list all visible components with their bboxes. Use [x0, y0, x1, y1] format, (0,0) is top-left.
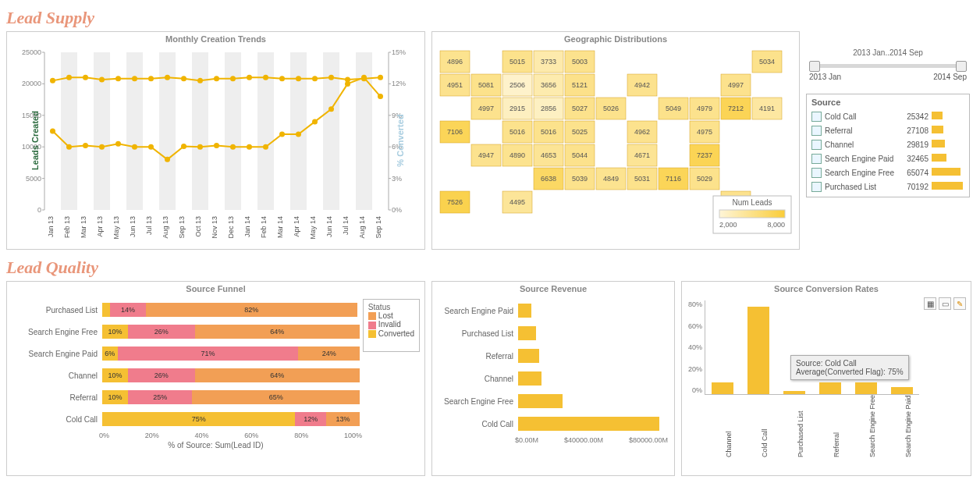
svg-point-68: [230, 144, 236, 150]
window-icon[interactable]: ▭: [939, 297, 951, 310]
svg-point-97: [361, 76, 367, 81]
revenue-label: Purchased List: [435, 329, 518, 338]
revenue-row[interactable]: Channel: [435, 368, 668, 389]
conversion-tooltip: Source: Cold Call Average(Converted Flag…: [790, 355, 909, 380]
conversion-chart[interactable]: [705, 300, 919, 395]
svg-point-67: [214, 143, 219, 148]
edit-icon[interactable]: ✎: [953, 297, 966, 310]
section-title-supply: Lead Supply: [6, 8, 974, 28]
source-checkbox[interactable]: [811, 112, 822, 122]
svg-text:7212: 7212: [728, 105, 744, 112]
svg-point-85: [165, 75, 170, 80]
date-range-slider[interactable]: [809, 60, 967, 71]
svg-point-78: [50, 78, 55, 84]
svg-point-83: [132, 76, 137, 81]
svg-point-73: [312, 119, 318, 124]
svg-point-69: [247, 144, 252, 150]
funnel-title: Source Funnel: [7, 282, 424, 296]
conversion-xlabel: Search Engine Free: [854, 398, 876, 460]
svg-text:Sep 13: Sep 13: [178, 216, 186, 239]
conversion-bar[interactable]: [747, 307, 769, 395]
conversion-bar[interactable]: [855, 382, 877, 394]
geo-title: Geographic Distributions: [432, 32, 799, 46]
revenue-row[interactable]: Search Engine Paid: [435, 300, 668, 321]
geo-sidebar: 2013 Jan..2014 Sep 2013 Jan 2014 Sep Sou…: [806, 31, 970, 250]
conversion-xlabel: Channel: [711, 398, 733, 460]
svg-text:4942: 4942: [634, 81, 650, 89]
revenue-row[interactable]: Search Engine Free: [435, 391, 668, 411]
svg-point-81: [99, 77, 105, 83]
range-start: 2013 Jan: [809, 73, 841, 81]
source-count: 29819: [900, 140, 929, 149]
source-row[interactable]: Search Engine Paid 32465: [811, 151, 964, 165]
svg-point-94: [312, 76, 318, 81]
svg-text:Num Leads: Num Leads: [732, 198, 772, 207]
svg-text:Jun 14: Jun 14: [325, 216, 333, 237]
revenue-label: Search Engine Free: [435, 397, 518, 406]
svg-text:5029: 5029: [697, 175, 712, 183]
svg-point-72: [296, 132, 301, 137]
funnel-row[interactable]: Referral 10% 25% 65%: [10, 388, 360, 407]
svg-text:Apr 13: Apr 13: [96, 216, 104, 237]
revenue-row[interactable]: Purchased List: [435, 323, 668, 343]
svg-point-79: [66, 75, 72, 80]
svg-point-95: [328, 75, 334, 80]
source-list: Source Cold Call 25342 Referral 27108 Ch…: [806, 94, 970, 197]
funnel-row[interactable]: Search Engine Paid 6% 71% 24%: [10, 344, 360, 363]
revenue-row[interactable]: Referral: [435, 346, 668, 366]
source-count: 27108: [900, 126, 929, 135]
source-checkbox[interactable]: [811, 140, 822, 150]
svg-text:Nov 13: Nov 13: [211, 216, 218, 239]
svg-text:4947: 4947: [478, 151, 494, 159]
source-checkbox[interactable]: [811, 182, 822, 192]
source-row[interactable]: Referral 27108: [811, 123, 964, 137]
conversion-bar[interactable]: [783, 391, 805, 395]
geo-map[interactable]: 4896501537335003503449515081250636565121…: [432, 46, 799, 247]
panel-toolbar: ▦ ▭ ✎: [924, 297, 966, 310]
svg-point-98: [378, 75, 383, 80]
svg-text:7106: 7106: [447, 128, 463, 136]
funnel-row[interactable]: Search Engine Free 10% 26% 64%: [10, 322, 360, 341]
source-row[interactable]: Purchased List 70192: [811, 179, 964, 194]
source-checkbox[interactable]: [811, 126, 822, 136]
conversion-bar[interactable]: [819, 382, 841, 394]
slider-handle-end[interactable]: [956, 61, 967, 72]
funnel-label: Search Engine Free: [10, 328, 102, 336]
funnel-label: Search Engine Paid: [10, 350, 102, 358]
funnel-row[interactable]: Cold Call 75% 12% 13%: [10, 410, 360, 428]
svg-text:5031: 5031: [634, 175, 650, 183]
source-checkbox[interactable]: [811, 154, 822, 164]
svg-text:May 14: May 14: [309, 216, 317, 240]
svg-text:5015: 5015: [510, 58, 525, 66]
svg-text:4653: 4653: [541, 151, 556, 159]
revenue-title: Source Revenue: [432, 282, 674, 296]
source-row[interactable]: Search Engine Free 65074: [811, 165, 964, 179]
source-row[interactable]: Cold Call 25342: [811, 109, 964, 123]
svg-point-59: [83, 143, 88, 148]
conversion-bar[interactable]: [712, 382, 733, 394]
svg-text:4975: 4975: [697, 128, 712, 136]
source-name: Purchased List: [825, 183, 897, 191]
source-header: Source: [811, 98, 964, 107]
source-name: Search Engine Free: [825, 169, 897, 177]
conversion-bar[interactable]: [891, 387, 913, 394]
svg-point-61: [115, 141, 121, 147]
svg-point-80: [83, 75, 88, 80]
grid-icon[interactable]: ▦: [924, 297, 936, 310]
revenue-row[interactable]: Cold Call: [435, 414, 668, 434]
monthly-left-axis-label: Leads Created: [30, 111, 40, 170]
source-checkbox[interactable]: [811, 168, 822, 178]
slider-handle-start[interactable]: [809, 61, 820, 72]
svg-text:7116: 7116: [666, 175, 681, 183]
svg-text:5121: 5121: [572, 81, 588, 89]
svg-text:Feb 13: Feb 13: [63, 216, 71, 238]
svg-point-89: [230, 76, 236, 81]
svg-text:2856: 2856: [541, 105, 556, 112]
monthly-chart[interactable]: 05000100001500020000250000%3%6%9%12%15%J…: [7, 46, 424, 247]
funnel-label: Referral: [10, 393, 102, 402]
svg-point-96: [345, 77, 350, 83]
svg-text:15%: 15%: [392, 48, 406, 56]
funnel-row[interactable]: Channel 10% 26% 64%: [10, 366, 360, 385]
source-row[interactable]: Channel 29819: [811, 137, 964, 151]
funnel-row[interactable]: Purchased List 14% 82%: [10, 300, 360, 319]
